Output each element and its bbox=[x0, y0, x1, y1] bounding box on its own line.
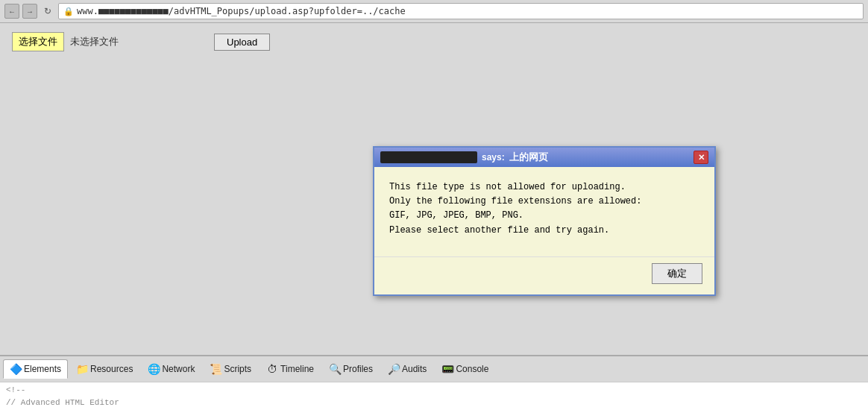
source-line2: // Advanced HTML Editor bbox=[6, 397, 862, 409]
dialog-title-text: 上的网页 bbox=[509, 151, 689, 164]
dialog-overlay: says: 上的网页 ✕ This file type is not allow… bbox=[0, 23, 868, 355]
message-line1: This file type is not allowed for upload… bbox=[389, 180, 699, 195]
devtools-tab-elements[interactable]: 🔷Elements bbox=[3, 359, 68, 379]
resources-tab-label: Resources bbox=[90, 364, 133, 374]
devtools-tab-timeline[interactable]: ⏱Timeline bbox=[260, 359, 321, 379]
message-line4: Please select another file and try again… bbox=[389, 224, 699, 238]
resources-icon: 📁 bbox=[76, 363, 88, 375]
message-line3: GIF, JPG, JPEG, BMP, PNG. bbox=[389, 209, 699, 223]
confirm-button[interactable]: 确定 bbox=[652, 263, 702, 284]
source-line1: <!-- bbox=[6, 384, 862, 397]
browser-chrome: ← → ↻ 🔒 www.■■■■■■■■■■■■■/advHTML_Popups… bbox=[0, 0, 868, 23]
address-text: www.■■■■■■■■■■■■■/advHTML_Popups/upload.… bbox=[77, 6, 406, 16]
timeline-tab-label: Timeline bbox=[280, 364, 314, 374]
back-button[interactable]: ← bbox=[4, 4, 19, 19]
devtools-tab-resources[interactable]: 📁Resources bbox=[69, 359, 139, 379]
elements-icon: 🔷 bbox=[10, 363, 22, 375]
console-icon: 📟 bbox=[441, 363, 453, 375]
devtools-tab-console[interactable]: 📟Console bbox=[435, 359, 495, 379]
lock-icon: 🔒 bbox=[63, 7, 74, 16]
network-icon: 🌐 bbox=[148, 363, 160, 375]
address-bar[interactable]: 🔒 www.■■■■■■■■■■■■■/advHTML_Popups/uploa… bbox=[58, 3, 864, 19]
alert-dialog: says: 上的网页 ✕ This file type is not allow… bbox=[373, 146, 716, 296]
dialog-message: This file type is not allowed for upload… bbox=[389, 180, 699, 238]
devtools-tab-network[interactable]: 🌐Network bbox=[141, 359, 201, 379]
devtools-bar: 🔷Elements📁Resources🌐Network📜Scripts⏱Time… bbox=[0, 355, 868, 382]
dialog-titlebar: says: 上的网页 ✕ bbox=[374, 148, 714, 167]
browser-nav: ← → ↻ 🔒 www.■■■■■■■■■■■■■/advHTML_Popups… bbox=[0, 0, 868, 22]
page-content: 选择文件 未选择文件 Upload says: 上的网页 ✕ This file… bbox=[0, 23, 868, 355]
timeline-icon: ⏱ bbox=[266, 363, 278, 375]
devtools-tab-scripts[interactable]: 📜Scripts bbox=[203, 359, 258, 379]
devtools-tab-audits[interactable]: 🔎Audits bbox=[381, 359, 433, 379]
profiles-tab-label: Profiles bbox=[343, 364, 373, 374]
dialog-site-label bbox=[380, 151, 477, 163]
console-tab-label: Console bbox=[456, 364, 488, 374]
scripts-icon: 📜 bbox=[210, 363, 221, 375]
dialog-close-button[interactable]: ✕ bbox=[694, 151, 708, 164]
audits-tab-label: Audits bbox=[402, 364, 427, 374]
forward-button[interactable]: → bbox=[22, 4, 37, 19]
devtools-tab-profiles[interactable]: 🔍Profiles bbox=[322, 359, 380, 379]
refresh-button[interactable]: ↻ bbox=[40, 4, 55, 19]
source-strip: <!-- // Advanced HTML Editor bbox=[0, 382, 868, 413]
dialog-says-label: says: bbox=[482, 152, 505, 163]
scripts-tab-label: Scripts bbox=[224, 364, 251, 374]
audits-icon: 🔎 bbox=[388, 363, 400, 375]
dialog-footer: 确定 bbox=[374, 256, 714, 294]
network-tab-label: Network bbox=[162, 364, 195, 374]
profiles-icon: 🔍 bbox=[329, 363, 341, 375]
dialog-body: This file type is not allowed for upload… bbox=[374, 167, 714, 256]
elements-tab-label: Elements bbox=[24, 364, 61, 374]
message-line2: Only the following file extensions are a… bbox=[389, 195, 699, 209]
